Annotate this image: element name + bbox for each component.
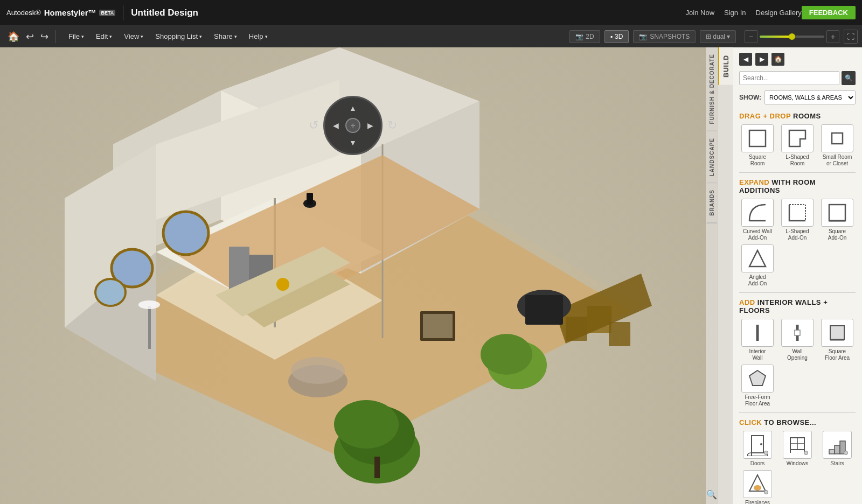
snapshots-icon: 📷	[639, 33, 647, 40]
undo-button[interactable]: ↩	[23, 31, 37, 43]
furnish-decorate-tab[interactable]: FURNISH & DECORATE	[707, 47, 717, 131]
beta-badge: BETA	[99, 10, 115, 16]
wall-opening-item[interactable]: WallOpening	[779, 319, 816, 361]
panel-back-button[interactable]: ◀	[739, 53, 752, 66]
fullscreen-button[interactable]: ⛶	[844, 30, 858, 44]
l-shaped-addon-svg	[787, 202, 808, 223]
view-controls: 📷 2D ▪ 3D 📷 SNAPSHOTS ⊞ dual ▾ − + ⛶	[569, 30, 858, 44]
zoom-slider[interactable]	[760, 36, 824, 38]
l-shaped-room-item[interactable]: L-ShapedRoom	[779, 124, 816, 167]
windows-browse-item[interactable]: Windows	[779, 431, 816, 467]
svg-rect-55	[795, 330, 800, 335]
nav-right-button[interactable]: ▶	[364, 119, 377, 132]
view-3d-button[interactable]: ▪ 3D	[604, 30, 629, 43]
square-room-item[interactable]: SquareRoom	[739, 124, 776, 167]
menu-file[interactable]: File ▾	[63, 30, 89, 43]
menu-view[interactable]: View ▾	[119, 30, 149, 43]
wall-opening-svg	[787, 323, 808, 343]
svg-rect-66	[829, 450, 835, 454]
square-room-svg	[747, 128, 768, 149]
svg-point-70	[754, 485, 761, 491]
fireplaces-label: Fireplaces	[745, 500, 770, 504]
menu-help[interactable]: Help ▾	[244, 30, 273, 43]
freeform-floor-label: Free-FormFloor Area	[745, 394, 770, 407]
curved-wall-svg	[747, 202, 768, 223]
camera-2d-icon: 📷	[575, 33, 583, 40]
svg-point-24	[276, 278, 289, 291]
stairs-dot	[844, 451, 848, 455]
browse-grid: Doors Windows	[739, 431, 856, 504]
l-shaped-room-svg	[787, 128, 808, 149]
l-shaped-addon-item[interactable]: L-ShapedAdd-On	[779, 199, 816, 241]
curved-wall-addon-item[interactable]: Curved WallAdd-On	[739, 199, 776, 241]
rotate-right-button[interactable]: ↻	[387, 118, 397, 132]
brands-tab[interactable]: BRANDS	[707, 183, 717, 223]
viewport[interactable]: ↺ ▲ ▼ ◀ ▶ ✛ ↻	[0, 47, 706, 504]
brand-separator	[123, 5, 123, 20]
doors-icon-box	[743, 431, 772, 459]
l-shaped-room-icon-box	[781, 124, 814, 152]
panel-search-button[interactable]: 🔍	[842, 71, 856, 85]
zoom-out-button[interactable]: −	[745, 30, 757, 43]
build-tab-label[interactable]: BUILD	[718, 47, 733, 85]
svg-marker-44	[789, 130, 805, 146]
square-room-icon-box	[741, 124, 774, 152]
build-tab[interactable]: BUILD	[718, 47, 733, 504]
expand-label: EXPAND WITH ROOM ADDITIONS	[739, 178, 856, 194]
doors-browse-item[interactable]: Doors	[739, 431, 776, 467]
nav-up-button[interactable]: ▲	[346, 102, 359, 115]
angled-addon-item[interactable]: AngledAdd-On	[739, 244, 776, 287]
menu-shopping-list[interactable]: Shopping List ▾	[150, 30, 207, 43]
magnifier-icon[interactable]: 🔍	[706, 489, 717, 500]
drag-drop-rooms-label: DRAG + DROP ROOMS	[739, 112, 856, 120]
square-addon-item[interactable]: SquareAdd-On	[819, 199, 856, 241]
doors-dot	[764, 451, 768, 455]
panel-forward-button[interactable]: ▶	[755, 53, 768, 66]
dual-view-button[interactable]: ⊞ dual ▾	[700, 30, 736, 43]
view-2d-button[interactable]: 📷 2D	[569, 30, 600, 43]
view-arrow: ▾	[141, 34, 143, 39]
svg-rect-27	[609, 322, 630, 346]
menu-edit[interactable]: Edit ▾	[91, 30, 117, 43]
share-arrow: ▾	[234, 34, 237, 39]
svg-rect-30	[525, 295, 563, 325]
join-now-link[interactable]: Join Now	[686, 9, 714, 17]
home-button[interactable]: 🏠	[4, 31, 23, 43]
menu-share[interactable]: Share ▾	[208, 30, 242, 43]
interior-wall-svg	[747, 323, 768, 343]
svg-rect-41	[148, 306, 151, 349]
nav-center[interactable]: ✛	[345, 118, 360, 133]
interior-wall-item[interactable]: InteriorWall	[739, 319, 776, 361]
small-room-item[interactable]: Small Roomor Closet	[819, 124, 856, 167]
sign-in-link[interactable]: Sign In	[724, 9, 746, 17]
homestyler-text: Homestyler™	[44, 8, 96, 17]
dual-arrow: ▾	[727, 33, 730, 40]
fireplaces-browse-item[interactable]: Fireplaces	[739, 470, 776, 504]
zoom-in-button[interactable]: +	[826, 30, 839, 43]
svg-point-17	[291, 357, 345, 384]
snapshots-button[interactable]: 📷 SNAPSHOTS	[633, 30, 696, 43]
show-select[interactable]: ROOMS, WALLS & AREAS ALL WALLS ONLY FLOO…	[764, 90, 856, 104]
menu-separator-1	[55, 30, 55, 43]
redo-button[interactable]: ↪	[37, 31, 52, 43]
panel-search-input[interactable]	[739, 71, 839, 85]
rotate-left-button[interactable]: ↺	[309, 118, 318, 132]
divider-3	[739, 412, 856, 413]
svg-point-20	[163, 212, 208, 255]
square-floor-item[interactable]: SquareFloor Area	[819, 319, 856, 361]
main-content: ↺ ▲ ▼ ◀ ▶ ✛ ↻ FURNISH & DECORATE LANDSCA…	[0, 47, 862, 504]
edit-arrow: ▾	[109, 34, 112, 39]
landscape-tab[interactable]: LANDSCAPE	[707, 131, 717, 183]
freeform-floor-item[interactable]: Free-FormFloor Area	[739, 365, 776, 407]
browse-label: CLICK TO BROWSE...	[739, 418, 856, 426]
nav-down-button[interactable]: ▼	[346, 136, 359, 149]
design-gallery-link[interactable]: Design Gallery	[756, 9, 802, 17]
stairs-browse-item[interactable]: Stairs	[819, 431, 856, 467]
svg-rect-49	[829, 205, 845, 221]
nav-ring: ▲ ▼ ◀ ▶ ✛	[323, 96, 383, 155]
nav-left-button[interactable]: ◀	[329, 119, 342, 132]
panel-home-button[interactable]: 🏠	[771, 53, 784, 66]
zoom-slider-thumb	[789, 33, 795, 40]
feedback-button[interactable]: FEEDBACK	[802, 6, 856, 19]
svg-marker-58	[749, 370, 766, 386]
